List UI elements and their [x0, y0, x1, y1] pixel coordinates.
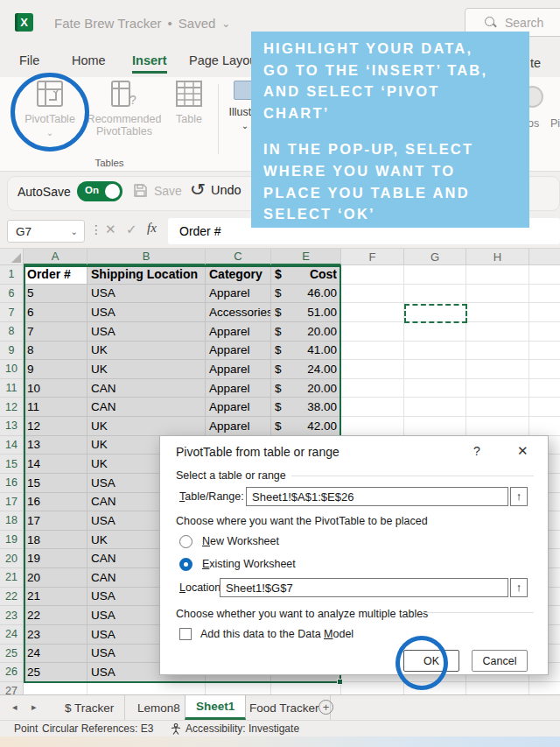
cell[interactable]: $Cost	[271, 265, 341, 285]
existing-worksheet-radio[interactable]	[179, 558, 192, 571]
cell[interactable]	[466, 379, 529, 398]
table-button[interactable]: Table	[166, 81, 212, 125]
cell[interactable]	[404, 342, 466, 361]
cell[interactable]: USA	[88, 285, 206, 304]
cell[interactable]: UK	[88, 417, 206, 436]
cell[interactable]	[529, 322, 560, 342]
data-model-checkbox[interactable]	[179, 628, 192, 640]
sheet-tab-lemon8[interactable]: Lemon8	[127, 695, 192, 720]
row-number[interactable]: 13	[0, 417, 24, 436]
confirm-entry-icon[interactable]: ✓	[126, 222, 137, 237]
location-input[interactable]: Sheet1!$G$7	[220, 578, 508, 597]
row-number[interactable]: 11	[0, 379, 24, 398]
row-number[interactable]: 24	[0, 625, 24, 645]
cell[interactable]: 11	[24, 398, 88, 417]
row-number[interactable]: 19	[0, 531, 24, 550]
ok-button[interactable]: OK	[403, 650, 459, 672]
cancel-entry-icon[interactable]: ✕	[105, 222, 116, 237]
save-button[interactable]: Save	[133, 183, 182, 198]
new-worksheet-radio[interactable]	[179, 535, 192, 548]
cell[interactable]	[404, 417, 466, 436]
tab-scroll-left-icon[interactable]: ◂	[12, 701, 18, 713]
cell[interactable]: 21	[24, 588, 88, 607]
cell[interactable]	[529, 398, 560, 417]
row-number[interactable]: 25	[0, 645, 24, 664]
cell[interactable]: 7	[24, 322, 88, 342]
row-number[interactable]: 6	[0, 285, 24, 304]
sheet-tab-tracker[interactable]: $ Tracker	[54, 695, 125, 720]
accessibility-status[interactable]: Accessibility: Investigate	[186, 722, 299, 735]
recommended-pivottables-button[interactable]: ? Recommended PivotTables	[84, 81, 164, 137]
sheet-tab-sheet1[interactable]: Sheet1	[185, 695, 246, 720]
cell[interactable]: UK	[88, 360, 206, 379]
cell[interactable]	[341, 360, 404, 379]
cell[interactable]: Apparel	[206, 285, 271, 304]
cell[interactable]	[529, 379, 560, 398]
dialog-help-icon[interactable]: ?	[473, 444, 480, 458]
cell[interactable]	[341, 342, 404, 361]
row-number[interactable]: 1	[0, 265, 24, 285]
table-range-input[interactable]: Sheet1!$A$1:$E$26	[246, 487, 508, 506]
cell[interactable]: 15	[24, 474, 88, 493]
column-header-F[interactable]: F	[341, 249, 404, 265]
cell[interactable]: UK	[88, 342, 206, 361]
add-sheet-icon[interactable]: +	[318, 700, 333, 715]
column-header-B[interactable]: B	[88, 249, 206, 265]
tab-file[interactable]: File	[19, 53, 39, 67]
tab-insert[interactable]: Insert	[132, 53, 167, 74]
cell[interactable]: $41.00	[271, 342, 341, 361]
cell[interactable]	[466, 398, 529, 417]
cell[interactable]: 14	[24, 455, 88, 474]
cell[interactable]	[466, 303, 529, 322]
g7-destination-cell[interactable]	[404, 304, 467, 323]
cell[interactable]: 23	[24, 625, 88, 645]
tab-home[interactable]: Home	[72, 53, 106, 67]
row-number[interactable]: 14	[0, 436, 24, 455]
cell[interactable]	[404, 360, 466, 379]
row-number[interactable]: 15	[0, 455, 24, 474]
cell[interactable]: Apparel	[206, 342, 271, 361]
tab-partial-fragment[interactable]: te	[530, 56, 541, 70]
cell[interactable]: $38.00	[271, 398, 341, 417]
row-number[interactable]: 22	[0, 588, 24, 607]
row-number[interactable]: 10	[0, 360, 24, 379]
column-header-G[interactable]: G	[404, 249, 466, 265]
cell[interactable]	[529, 303, 560, 322]
cell[interactable]: 10	[24, 379, 88, 398]
circular-references-status[interactable]: Circular References: E3	[42, 722, 153, 735]
cell[interactable]: 25	[24, 663, 88, 682]
cell[interactable]	[341, 285, 404, 304]
row-number[interactable]: 8	[0, 322, 24, 342]
autosave-toggle[interactable]: On	[77, 181, 122, 201]
cell[interactable]	[404, 285, 466, 304]
cell[interactable]	[466, 417, 529, 436]
cell[interactable]	[341, 265, 404, 285]
row-number[interactable]: 23	[0, 606, 24, 625]
cell[interactable]	[404, 379, 466, 398]
cell[interactable]	[404, 265, 466, 285]
cell[interactable]	[529, 360, 560, 379]
cell[interactable]: CAN	[88, 379, 206, 398]
dialog-close-icon[interactable]: ✕	[517, 443, 528, 459]
pivottable-button[interactable]: PivotTable ⌄	[23, 81, 77, 139]
fill-handle[interactable]	[337, 679, 343, 685]
cell[interactable]: 20	[24, 568, 88, 588]
cell[interactable]: 24	[24, 645, 88, 664]
cell[interactable]	[529, 265, 560, 285]
document-title[interactable]: Fate Brew Tracker • Saved ⌄	[54, 16, 230, 31]
cell[interactable]: $24.00	[271, 360, 341, 379]
cell[interactable]	[341, 379, 404, 398]
column-header-partial[interactable]	[529, 249, 560, 265]
cell[interactable]: 6	[24, 303, 88, 322]
cell[interactable]: Accessories	[206, 303, 271, 322]
row-number[interactable]: 12	[0, 398, 24, 417]
column-header-E[interactable]: E	[271, 249, 341, 265]
column-header-H[interactable]: H	[466, 249, 529, 265]
cell[interactable]	[529, 342, 560, 361]
cell[interactable]	[466, 342, 529, 361]
cell[interactable]	[529, 417, 560, 436]
cell[interactable]: 8	[24, 342, 88, 361]
row-number[interactable]: 7	[0, 303, 24, 322]
cell[interactable]	[529, 285, 560, 304]
cell[interactable]: Apparel	[206, 398, 271, 417]
